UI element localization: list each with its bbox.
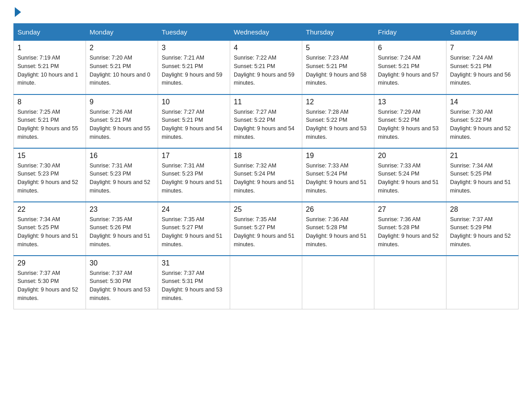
cell-info: Sunrise: 7:27 AM Sunset: 5:21 PM Dayligh…: [162, 108, 226, 141]
day-number: 4: [234, 44, 298, 52]
cell-info: Sunrise: 7:23 AM Sunset: 5:21 PM Dayligh…: [306, 54, 370, 87]
cell-info: Sunrise: 7:25 AM Sunset: 5:21 PM Dayligh…: [17, 108, 82, 141]
cell-info: Sunrise: 7:32 AM Sunset: 5:24 PM Dayligh…: [234, 162, 298, 195]
weekday-header-sunday: Sunday: [14, 24, 86, 41]
table-row: 21 Sunrise: 7:34 AM Sunset: 5:25 PM Dayl…: [446, 148, 519, 202]
table-row: 16 Sunrise: 7:31 AM Sunset: 5:23 PM Dayl…: [86, 148, 158, 202]
cell-info: Sunrise: 7:29 AM Sunset: 5:22 PM Dayligh…: [378, 108, 442, 141]
table-row: 1 Sunrise: 7:19 AM Sunset: 5:21 PM Dayli…: [14, 41, 86, 94]
day-number: 16: [90, 152, 154, 160]
table-row: 13 Sunrise: 7:29 AM Sunset: 5:22 PM Dayl…: [374, 94, 446, 148]
cell-info: Sunrise: 7:31 AM Sunset: 5:23 PM Dayligh…: [90, 162, 154, 195]
table-row: 28 Sunrise: 7:37 AM Sunset: 5:29 PM Dayl…: [446, 202, 519, 256]
cell-info: Sunrise: 7:37 AM Sunset: 5:31 PM Dayligh…: [162, 269, 226, 303]
day-number: 17: [162, 152, 226, 160]
cell-info: Sunrise: 7:36 AM Sunset: 5:28 PM Dayligh…: [306, 215, 370, 249]
cell-info: Sunrise: 7:37 AM Sunset: 5:30 PM Dayligh…: [17, 269, 82, 303]
table-row: 17 Sunrise: 7:31 AM Sunset: 5:23 PM Dayl…: [158, 148, 230, 202]
cell-info: Sunrise: 7:24 AM Sunset: 5:21 PM Dayligh…: [450, 54, 515, 87]
logo-arrow-icon: [15, 7, 21, 17]
weekday-header-monday: Monday: [86, 24, 158, 41]
table-row: 2 Sunrise: 7:20 AM Sunset: 5:21 PM Dayli…: [86, 41, 158, 94]
day-number: 8: [17, 98, 82, 106]
day-number: 19: [306, 152, 370, 160]
day-number: 10: [162, 98, 226, 106]
cell-info: Sunrise: 7:22 AM Sunset: 5:21 PM Dayligh…: [234, 54, 298, 87]
weekday-header-friday: Friday: [374, 24, 446, 41]
weekday-header-thursday: Thursday: [302, 24, 374, 41]
day-number: 15: [17, 152, 82, 160]
table-row: 18 Sunrise: 7:32 AM Sunset: 5:24 PM Dayl…: [230, 148, 302, 202]
table-row: 4 Sunrise: 7:22 AM Sunset: 5:21 PM Dayli…: [230, 41, 302, 94]
day-number: 14: [450, 98, 515, 106]
calendar-table: SundayMondayTuesdayWednesdayThursdayFrid…: [13, 23, 519, 309]
day-number: 3: [162, 44, 226, 52]
day-number: 11: [234, 98, 298, 106]
cell-info: Sunrise: 7:37 AM Sunset: 5:29 PM Dayligh…: [450, 215, 515, 249]
table-row: [446, 256, 519, 309]
cell-info: Sunrise: 7:34 AM Sunset: 5:25 PM Dayligh…: [17, 215, 82, 249]
table-row: 22 Sunrise: 7:34 AM Sunset: 5:25 PM Dayl…: [14, 202, 86, 256]
cell-info: Sunrise: 7:33 AM Sunset: 5:24 PM Dayligh…: [306, 162, 370, 195]
day-number: 12: [306, 98, 370, 106]
page-header: [13, 9, 519, 15]
cell-info: Sunrise: 7:20 AM Sunset: 5:21 PM Dayligh…: [90, 54, 154, 87]
cell-info: Sunrise: 7:31 AM Sunset: 5:23 PM Dayligh…: [162, 162, 226, 195]
day-number: 7: [450, 44, 515, 52]
day-number: 28: [450, 206, 515, 214]
day-number: 24: [162, 206, 226, 214]
table-row: 14 Sunrise: 7:30 AM Sunset: 5:22 PM Dayl…: [446, 94, 519, 148]
table-row: [374, 256, 446, 309]
day-number: 2: [90, 44, 154, 52]
calendar-week-4: 22 Sunrise: 7:34 AM Sunset: 5:25 PM Dayl…: [14, 202, 519, 256]
table-row: 23 Sunrise: 7:35 AM Sunset: 5:26 PM Dayl…: [86, 202, 158, 256]
table-row: 11 Sunrise: 7:27 AM Sunset: 5:22 PM Dayl…: [230, 94, 302, 148]
weekday-header-wednesday: Wednesday: [230, 24, 302, 41]
day-number: 23: [90, 206, 154, 214]
cell-info: Sunrise: 7:28 AM Sunset: 5:22 PM Dayligh…: [306, 108, 370, 141]
day-number: 29: [17, 259, 82, 267]
table-row: 10 Sunrise: 7:27 AM Sunset: 5:21 PM Dayl…: [158, 94, 230, 148]
table-row: [302, 256, 374, 309]
day-number: 26: [306, 206, 370, 214]
cell-info: Sunrise: 7:35 AM Sunset: 5:26 PM Dayligh…: [90, 215, 154, 249]
cell-info: Sunrise: 7:37 AM Sunset: 5:30 PM Dayligh…: [90, 269, 154, 303]
table-row: 5 Sunrise: 7:23 AM Sunset: 5:21 PM Dayli…: [302, 41, 374, 94]
day-number: 5: [306, 44, 370, 52]
logo: [13, 9, 21, 15]
cell-info: Sunrise: 7:19 AM Sunset: 5:21 PM Dayligh…: [17, 54, 82, 87]
cell-info: Sunrise: 7:30 AM Sunset: 5:23 PM Dayligh…: [17, 162, 82, 195]
cell-info: Sunrise: 7:35 AM Sunset: 5:27 PM Dayligh…: [234, 215, 298, 249]
calendar-week-2: 8 Sunrise: 7:25 AM Sunset: 5:21 PM Dayli…: [14, 94, 519, 148]
weekday-header-tuesday: Tuesday: [158, 24, 230, 41]
table-row: 9 Sunrise: 7:26 AM Sunset: 5:21 PM Dayli…: [86, 94, 158, 148]
table-row: 20 Sunrise: 7:33 AM Sunset: 5:24 PM Dayl…: [374, 148, 446, 202]
table-row: [230, 256, 302, 309]
cell-info: Sunrise: 7:26 AM Sunset: 5:21 PM Dayligh…: [90, 108, 154, 141]
day-number: 21: [450, 152, 515, 160]
weekday-header-row: SundayMondayTuesdayWednesdayThursdayFrid…: [14, 24, 519, 41]
cell-info: Sunrise: 7:27 AM Sunset: 5:22 PM Dayligh…: [234, 108, 298, 141]
cell-info: Sunrise: 7:35 AM Sunset: 5:27 PM Dayligh…: [162, 215, 226, 249]
calendar-week-5: 29 Sunrise: 7:37 AM Sunset: 5:30 PM Dayl…: [14, 256, 519, 309]
cell-info: Sunrise: 7:36 AM Sunset: 5:28 PM Dayligh…: [378, 215, 442, 249]
day-number: 6: [378, 44, 442, 52]
day-number: 20: [378, 152, 442, 160]
day-number: 25: [234, 206, 298, 214]
cell-info: Sunrise: 7:34 AM Sunset: 5:25 PM Dayligh…: [450, 162, 515, 195]
table-row: 8 Sunrise: 7:25 AM Sunset: 5:21 PM Dayli…: [14, 94, 86, 148]
table-row: 25 Sunrise: 7:35 AM Sunset: 5:27 PM Dayl…: [230, 202, 302, 256]
table-row: 30 Sunrise: 7:37 AM Sunset: 5:30 PM Dayl…: [86, 256, 158, 309]
day-number: 30: [90, 259, 154, 267]
day-number: 13: [378, 98, 442, 106]
day-number: 18: [234, 152, 298, 160]
day-number: 1: [17, 44, 82, 52]
table-row: 19 Sunrise: 7:33 AM Sunset: 5:24 PM Dayl…: [302, 148, 374, 202]
day-number: 22: [17, 206, 82, 214]
weekday-header-saturday: Saturday: [446, 24, 519, 41]
calendar-week-3: 15 Sunrise: 7:30 AM Sunset: 5:23 PM Dayl…: [14, 148, 519, 202]
table-row: 31 Sunrise: 7:37 AM Sunset: 5:31 PM Dayl…: [158, 256, 230, 309]
cell-info: Sunrise: 7:21 AM Sunset: 5:21 PM Dayligh…: [162, 54, 226, 87]
calendar-week-1: 1 Sunrise: 7:19 AM Sunset: 5:21 PM Dayli…: [14, 41, 519, 94]
cell-info: Sunrise: 7:30 AM Sunset: 5:22 PM Dayligh…: [450, 108, 515, 141]
